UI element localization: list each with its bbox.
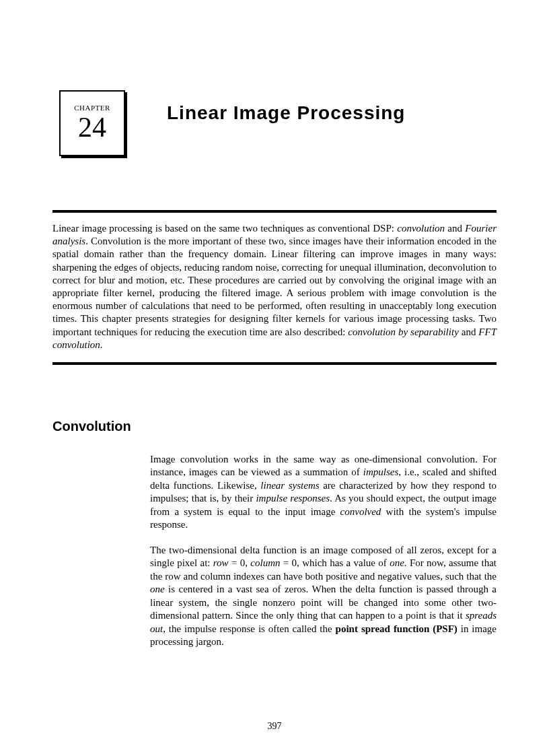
chapter-title: Linear Image Processing bbox=[167, 102, 405, 124]
intro-text: . bbox=[100, 339, 103, 350]
chapter-box: CHAPTER 24 bbox=[59, 90, 125, 156]
body-text: is centered in a vast sea of zeros. When… bbox=[150, 584, 497, 621]
top-rule bbox=[52, 210, 497, 213]
page-number: 397 bbox=[0, 721, 549, 732]
intro-text: . Convolution is the more important of t… bbox=[52, 236, 497, 337]
bottom-rule bbox=[52, 362, 497, 365]
body-column: Image convolution works in the same way … bbox=[150, 453, 497, 649]
chapter-header: CHAPTER 24 Linear Image Processing bbox=[52, 88, 497, 156]
body-paragraph: The two-dimensional delta function is an… bbox=[150, 544, 497, 649]
intro-ital: convolution by separability bbox=[348, 327, 459, 337]
intro-text: and bbox=[445, 223, 465, 234]
body-ital: convolved bbox=[340, 506, 381, 517]
body-bold: point spread function (PSF) bbox=[336, 623, 458, 634]
body-ital: linear systems bbox=[260, 480, 319, 491]
chapter-label: CHAPTER bbox=[74, 104, 110, 112]
chapter-number: 24 bbox=[78, 113, 106, 141]
intro-text: and bbox=[459, 327, 479, 337]
body-ital: column bbox=[250, 557, 280, 568]
body-ital: row bbox=[213, 557, 229, 568]
body-text: = 0, bbox=[229, 557, 251, 568]
body-ital: one bbox=[390, 557, 404, 568]
body-text: = 0, which has a value of bbox=[280, 557, 390, 568]
intro-ital: convolution bbox=[397, 223, 445, 234]
intro-text: Linear image processing is based on the … bbox=[52, 223, 397, 234]
body-ital: impulses bbox=[363, 467, 399, 477]
body-text: , the impulse response is often called t… bbox=[163, 623, 335, 634]
section-heading-convolution: Convolution bbox=[52, 419, 497, 434]
body-ital: one bbox=[150, 584, 165, 594]
body-paragraph: Image convolution works in the same way … bbox=[150, 453, 497, 532]
intro-paragraph: Linear image processing is based on the … bbox=[52, 222, 497, 351]
body-ital: impulse responses bbox=[256, 493, 330, 504]
